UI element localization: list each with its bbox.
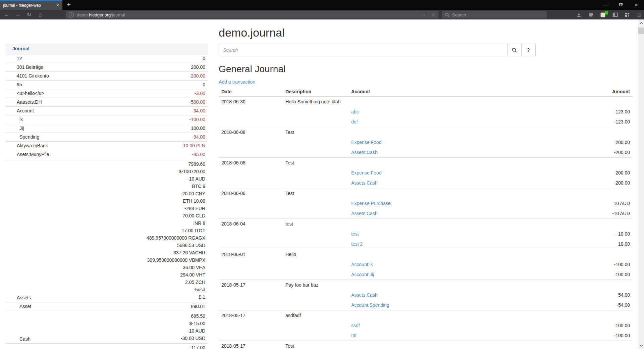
posting-row: Expense:Purchase10 AUD — [219, 198, 633, 208]
empty-cell — [283, 239, 348, 249]
account-name-cell: 12 — [6, 54, 90, 63]
transaction-description: Test — [283, 127, 348, 138]
sidebar-account-link[interactable]: Account — [17, 108, 34, 113]
posting-account-link[interactable]: ssdf — [351, 323, 360, 328]
account-balance-cell: -500.00 — [90, 98, 208, 107]
posting-account-link[interactable]: Account:Spending — [351, 302, 389, 308]
posting-account-cell: Account:lk — [348, 259, 553, 269]
sidebar-toggle-icon[interactable] — [612, 12, 618, 18]
empty-cell — [283, 208, 348, 219]
sidebar-account-link[interactable]: lk — [19, 117, 23, 122]
page-actions-icon[interactable]: ⋯ — [422, 12, 427, 17]
sidebar-account-row: lk-100.00 — [6, 115, 208, 124]
sidebar-account-link[interactable]: Jij — [19, 126, 24, 131]
window-restore-button[interactable] — [613, 0, 629, 10]
posting-row: Account:Spending-54.00 — [219, 300, 633, 310]
bookmark-star-icon[interactable]: ☆ — [431, 12, 435, 17]
balance-amount: -94.00 — [93, 134, 205, 140]
account-name-cell: 95 — [6, 81, 90, 89]
empty-cell — [219, 198, 283, 208]
empty-cell — [348, 249, 553, 260]
balance-amount: -94.00 — [93, 108, 205, 114]
sidebar-account-link[interactable]: Assets — [17, 295, 31, 300]
posting-account-cell: Assets:Cash — [348, 178, 553, 188]
sidebar-account-link[interactable]: Aaasets:DH — [17, 99, 42, 105]
sidebar-account-link[interactable]: Asset — [19, 304, 31, 309]
empty-cell — [553, 219, 633, 229]
tab-close-icon[interactable]: ✕ — [56, 3, 59, 8]
window-minimize-button[interactable]: — — [598, 0, 613, 10]
download-icon[interactable] — [576, 12, 582, 18]
sidebar-account-link[interactable]: Aktywa:mBank — [17, 143, 48, 148]
posting-account-link[interactable]: def — [351, 119, 358, 124]
account-name-cell: Aaasets:DH — [6, 98, 90, 107]
sidebar-account-link[interactable]: <u>hello</u> — [17, 91, 44, 96]
transaction-date: 2018-06-06 — [219, 188, 283, 199]
browser-tab[interactable]: journal - hledger-web ✕ — [0, 0, 62, 10]
sidebar-account-link[interactable]: 12 — [17, 56, 22, 61]
posting-account-link[interactable]: tttt — [351, 333, 357, 338]
back-icon[interactable]: ← — [1, 10, 12, 19]
journal-nav-link[interactable]: Journal — [12, 46, 30, 51]
sidebar-account-link[interactable]: 301 Beiträge — [17, 64, 43, 70]
highlights-grid-icon[interactable] — [624, 12, 630, 18]
posting-account-link[interactable]: Expense:Purchase — [351, 201, 391, 206]
posting-account-link[interactable]: Assets:Cash — [351, 150, 378, 155]
posting-account-link[interactable]: Assets:Cash — [351, 180, 378, 186]
posting-account-link[interactable]: Assets:Cash — [351, 292, 378, 298]
account-balance-cell: -45.00 — [90, 150, 208, 159]
forward-icon[interactable]: → — [12, 10, 23, 19]
balance-amount: BTC 9 — [93, 183, 205, 190]
balance-amount: 200.00 — [93, 64, 205, 70]
sidebar-account-row: 950 — [6, 81, 208, 89]
page-scrollbar[interactable] — [638, 19, 644, 349]
sidebar-account-link[interactable]: Cash — [19, 336, 31, 342]
sidebar-account-link[interactable]: Asets:MunyPile — [17, 152, 49, 157]
search-button[interactable] — [507, 44, 522, 56]
sidebar-account-row: <u>hello</u>-3.00 — [6, 89, 208, 98]
balance-amount: 36.00 VEA — [93, 264, 205, 271]
empty-cell — [553, 96, 633, 107]
window-close-button[interactable]: ✕ — [629, 0, 644, 10]
posting-amount: -100.00 — [553, 259, 633, 269]
search-help-button[interactable]: ? — [522, 44, 536, 56]
new-tab-button[interactable]: + — [64, 0, 74, 10]
sidebar-account-link[interactable]: 95 — [17, 82, 22, 87]
posting-account-link[interactable]: Expense:Food — [351, 140, 381, 145]
site-info-icon[interactable]: i — [69, 12, 74, 17]
sidebar-account-link[interactable]: 4101 Girokonto — [17, 73, 49, 79]
posting-account-link[interactable]: Assets:Cash — [351, 211, 378, 216]
posting-amount: 54.00 — [553, 290, 633, 300]
empty-cell — [553, 188, 633, 199]
empty-cell — [283, 107, 348, 117]
extension-icon[interactable]: 0 — [600, 12, 606, 18]
account-balance-cell: 7989.60$-100720.00-10 AUDBTC 9-20.00 CNY… — [90, 159, 208, 302]
menu-icon[interactable]: ≡ — [636, 12, 642, 18]
browser-search-input[interactable]: Search — [442, 11, 547, 18]
home-icon[interactable]: ⌂ — [35, 10, 46, 19]
account-balance-cell: 200.00 — [90, 63, 208, 72]
scrollbar-thumb[interactable] — [638, 28, 644, 34]
sidebar-account-link[interactable]: Spending — [19, 134, 39, 140]
url-bar[interactable]: i demo.hledger.org/journal ⋯ ☆ — [66, 11, 438, 18]
transaction-description: Test — [283, 188, 348, 199]
posting-account-link[interactable]: abc — [351, 109, 359, 114]
posting-account-link[interactable]: Account:lk — [351, 262, 373, 267]
search-input[interactable] — [219, 44, 507, 56]
scroll-up-icon[interactable] — [638, 20, 644, 26]
account-balance-cell: -100.00 — [90, 115, 208, 124]
posting-account-link[interactable]: test — [351, 231, 359, 237]
sidebar-account-row: Asset890.01 — [6, 302, 208, 311]
posting-account-link[interactable]: Expense:Food — [351, 170, 381, 176]
scroll-down-icon[interactable] — [638, 343, 644, 348]
account-balance-cell: 685.50$-15.00-10 AUD-30.00 USD — [90, 311, 208, 344]
library-icon[interactable] — [588, 12, 594, 18]
window-controls: — ✕ — [598, 0, 644, 10]
reload-icon[interactable]: ↻ — [23, 10, 35, 19]
posting-account-link[interactable]: test 2 — [351, 241, 363, 247]
posting-account-link[interactable]: Account:Jij — [351, 272, 374, 277]
add-transaction-link[interactable]: Add a transaction — [219, 79, 255, 85]
empty-cell — [219, 147, 283, 158]
transaction-description: Pay foo bar baz — [283, 280, 348, 290]
posting-amount: 10 AUD — [553, 198, 633, 208]
